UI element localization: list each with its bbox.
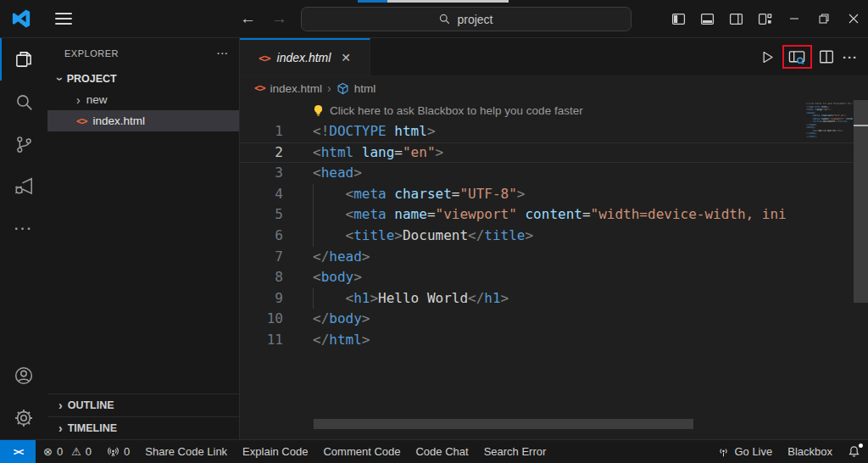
code-line[interactable]: 10</body> bbox=[240, 309, 868, 330]
line-number[interactable]: 8 bbox=[240, 267, 283, 288]
close-button[interactable] bbox=[838, 0, 868, 37]
back-arrow-icon[interactable]: ← bbox=[240, 9, 256, 28]
line-number[interactable]: 7 bbox=[240, 247, 283, 268]
code-line[interactable]: 3<head> bbox=[240, 163, 868, 184]
sidebar-item-source-control[interactable] bbox=[0, 123, 47, 165]
project-section-header[interactable]: › PROJECT bbox=[47, 69, 239, 89]
code-lines: 1<!DOCTYPE html>2<html lang="en">3<head>… bbox=[240, 121, 868, 351]
statusbar-command[interactable]: Search Error bbox=[476, 440, 554, 463]
files-icon bbox=[13, 48, 35, 70]
breadcrumb-symbol[interactable]: html bbox=[354, 82, 376, 95]
line-number[interactable]: 1 bbox=[240, 121, 283, 142]
line-number[interactable]: 9 bbox=[240, 288, 283, 310]
minimize-button[interactable] bbox=[779, 0, 809, 37]
tree-item-new-folder[interactable]: › new bbox=[47, 89, 239, 110]
run-code-button[interactable] bbox=[760, 49, 776, 65]
run-debug-icon bbox=[13, 176, 35, 198]
breadcrumb-file[interactable]: index.html bbox=[270, 82, 322, 95]
split-editor-icon bbox=[819, 49, 834, 64]
split-editor-button[interactable] bbox=[819, 49, 834, 64]
tree-item-index-html[interactable]: <> index.html bbox=[47, 110, 239, 131]
breadcrumb: <> index.html › html bbox=[240, 76, 868, 100]
blackbox-status-button[interactable]: Blackbox bbox=[780, 440, 840, 463]
editor-group: <> index.html ✕ bbox=[240, 38, 868, 439]
command-center-search[interactable]: project bbox=[301, 7, 632, 31]
toggle-panel-icon[interactable] bbox=[693, 0, 721, 37]
line-number[interactable]: 5 bbox=[240, 204, 283, 226]
code-line[interactable]: 6 <title>Document</title> bbox=[240, 226, 868, 247]
chevron-right-icon: › bbox=[58, 399, 63, 411]
outline-section-header[interactable]: › OUTLINE bbox=[47, 393, 239, 416]
more-actions-icon[interactable]: ··· bbox=[843, 50, 858, 64]
more-views-icon[interactable]: ··· bbox=[0, 208, 47, 250]
line-number[interactable]: 3 bbox=[240, 163, 283, 184]
line-number[interactable]: 10 bbox=[240, 309, 283, 330]
vertical-scrollbar[interactable] bbox=[854, 100, 868, 439]
notifications-bell[interactable] bbox=[840, 440, 868, 463]
sidebar-item-run-debug[interactable] bbox=[0, 165, 47, 208]
tab-label: index.html bbox=[277, 51, 331, 64]
indent-guide bbox=[313, 184, 314, 205]
line-number[interactable]: 6 bbox=[240, 226, 283, 247]
line-number[interactable]: 11 bbox=[240, 330, 283, 351]
play-icon bbox=[760, 49, 776, 65]
sidebar-item-explorer[interactable] bbox=[0, 38, 47, 81]
go-live-button[interactable]: Go Live bbox=[709, 440, 780, 463]
code-line[interactable]: 1<!DOCTYPE html> bbox=[240, 121, 868, 142]
toggle-secondary-sidebar-icon[interactable] bbox=[721, 0, 750, 37]
source-control-icon bbox=[14, 134, 35, 155]
command-center-label: project bbox=[457, 13, 492, 26]
line-number[interactable]: 4 bbox=[240, 184, 283, 205]
account-icon[interactable] bbox=[0, 354, 47, 397]
code-line[interactable]: 7</head> bbox=[240, 247, 868, 268]
remote-icon: >< bbox=[14, 446, 22, 458]
open-preview-button[interactable] bbox=[788, 50, 806, 65]
code-line[interactable]: 2<html lang="en"> bbox=[240, 142, 868, 164]
top-progress-strip-blue bbox=[358, 0, 387, 3]
close-tab-icon[interactable]: ✕ bbox=[341, 51, 351, 64]
code-line[interactable]: 11</html> bbox=[240, 330, 868, 351]
explorer-actions-icon[interactable]: ··· bbox=[217, 48, 229, 59]
horizontal-scrollbar-slider[interactable] bbox=[314, 419, 693, 429]
notification-dot bbox=[859, 443, 863, 448]
broadcast-icon bbox=[717, 445, 730, 458]
annotation-highlight-box bbox=[784, 47, 810, 67]
statusbar-command[interactable]: Explain Code bbox=[235, 440, 315, 463]
chevron-down-icon: › bbox=[54, 77, 66, 81]
customize-layout-icon[interactable] bbox=[750, 0, 779, 37]
indent-guide bbox=[313, 226, 314, 247]
statusbar-command[interactable]: Share Code Link bbox=[137, 440, 235, 463]
minimap[interactable]: Click here to ask Blackbox to help you c… bbox=[806, 100, 853, 439]
vscode-logo-icon bbox=[11, 8, 31, 29]
ports-indicator[interactable]: 0 bbox=[99, 440, 137, 463]
explorer-sidebar: EXPLORER ··· › PROJECT › new <> index.ht… bbox=[47, 38, 240, 439]
line-number[interactable]: 2 bbox=[240, 142, 283, 164]
tab-bar: <> index.html ✕ bbox=[240, 38, 868, 76]
html-file-icon: <> bbox=[259, 52, 270, 64]
chevron-right-icon: › bbox=[58, 422, 63, 434]
preview-window-magnifier-icon bbox=[788, 50, 806, 65]
problems-indicator[interactable]: ⊗ 0 ⚠ 0 bbox=[36, 440, 99, 463]
symbol-cube-icon bbox=[337, 82, 349, 95]
settings-gear-icon[interactable] bbox=[0, 397, 47, 439]
timeline-section-header[interactable]: › TIMELINE bbox=[47, 416, 239, 439]
code-line[interactable]: 4 <meta charset="UTF-8"> bbox=[240, 184, 868, 205]
vertical-scrollbar-slider[interactable] bbox=[854, 100, 868, 303]
statusbar-command[interactable]: Code Chat bbox=[408, 440, 476, 463]
code-line[interactable]: 5 <meta name="viewport" content="width=d… bbox=[240, 204, 868, 226]
sidebar-item-search[interactable] bbox=[0, 81, 47, 123]
blackbox-hint[interactable]: Click here to ask Blackbox to help you c… bbox=[240, 100, 868, 121]
search-icon bbox=[14, 92, 35, 113]
status-bar: >< ⊗ 0 ⚠ 0 0 Share Code LinkExplain Code… bbox=[0, 439, 868, 463]
forward-arrow-icon[interactable]: → bbox=[271, 9, 287, 28]
menu-icon[interactable] bbox=[55, 13, 72, 25]
restore-button[interactable] bbox=[809, 0, 838, 37]
tab-index-html[interactable]: <> index.html ✕ bbox=[240, 38, 370, 75]
activity-bar: ··· bbox=[0, 38, 47, 439]
code-line[interactable]: 9 <h1>Hello World</h1> bbox=[240, 288, 868, 310]
statusbar-command[interactable]: Comment Code bbox=[315, 440, 408, 463]
explorer-title: EXPLORER bbox=[64, 48, 119, 59]
toggle-primary-sidebar-icon[interactable] bbox=[664, 0, 693, 37]
remote-indicator[interactable]: >< bbox=[0, 440, 36, 463]
code-line[interactable]: 8<body> bbox=[240, 267, 868, 288]
